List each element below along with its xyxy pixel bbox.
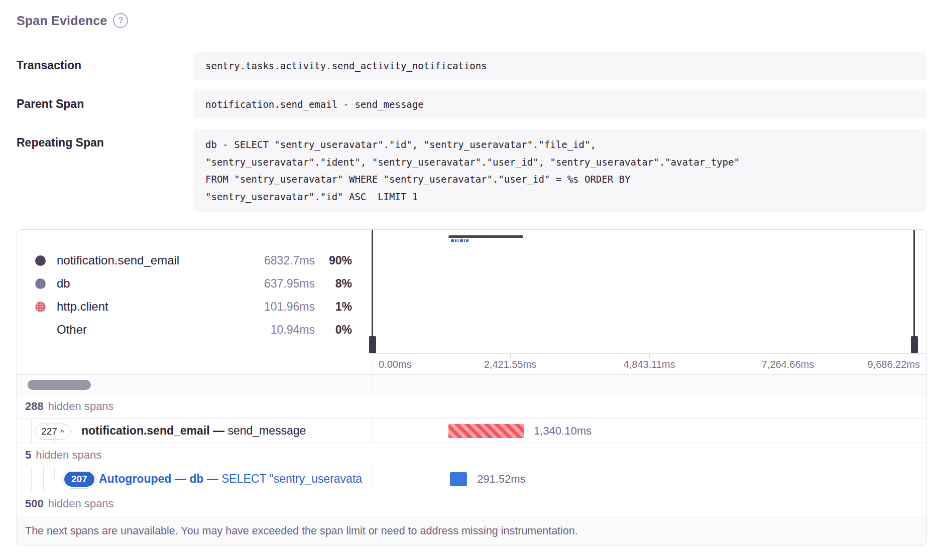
repeating-span-label: Repeating Span	[17, 136, 104, 150]
minimap-left-handle[interactable]	[372, 230, 373, 353]
op-color-dot	[35, 278, 46, 289]
legend-item: Other 10.94ms 0%	[17, 318, 372, 341]
minimap-span-dash	[460, 239, 463, 242]
hidden-span-count: 288	[25, 400, 44, 413]
span-duration-label: 291.52ms	[477, 473, 526, 486]
axis-label: 4,843.11ms	[623, 359, 675, 370]
hidden-spans-row[interactable]: 5 hidden spans	[17, 443, 926, 467]
span-row-autogroup[interactable]: 207 Autogrouped — db — SELECT "sentry_us…	[17, 467, 926, 491]
minimap-span-dash	[455, 239, 456, 242]
minimap-span-dash	[464, 239, 465, 242]
hidden-span-count: 5	[25, 449, 31, 462]
trace-minimap[interactable]	[372, 230, 926, 354]
legend-item: http.client 101.96ms 1%	[17, 295, 372, 318]
axis-label: 2,421.55ms	[484, 359, 537, 370]
minimap-span-dash	[457, 239, 458, 242]
span-duration-label: 1,340.10ms	[534, 425, 592, 438]
parent-span-label: Parent Span	[17, 97, 84, 111]
hidden-span-count: 500	[25, 497, 44, 510]
span-description: notification.send_email — send_message	[81, 419, 370, 443]
hidden-spans-row[interactable]: 500 hidden spans	[17, 491, 926, 516]
minimap-left-grip[interactable]	[369, 336, 376, 353]
hidden-spans-row[interactable]: 288 hidden spans	[17, 394, 926, 418]
minimap-span-dash	[466, 239, 469, 242]
span-limit-message: The next spans are unavailable. You may …	[25, 525, 578, 537]
span-limit-message-row: The next spans are unavailable. You may …	[17, 516, 926, 545]
ops-breakdown-legend: notification.send_email 6832.7ms 90% db …	[17, 230, 372, 374]
axis-tick	[510, 353, 511, 358]
minimap-span-dash	[451, 239, 454, 242]
span-duration-bar-striped[interactable]	[448, 424, 524, 438]
repeating-span-value: db - SELECT "sentry_useravatar"."id", "s…	[193, 129, 926, 212]
op-color-dot	[35, 302, 46, 312]
minimap-right-grip[interactable]	[911, 336, 918, 353]
span-count-pill[interactable]: 227 ^	[35, 424, 71, 440]
minimap-right-handle[interactable]	[913, 230, 915, 353]
span-row-parent[interactable]: 227 ^ notification.send_email — send_mes…	[17, 418, 926, 443]
tree-scrollbar-row	[17, 374, 926, 394]
axis-tick	[649, 353, 650, 358]
span-evidence-page: Span Evidence ? Transaction sentry.tasks…	[0, 0, 930, 560]
axis-label: 0.00ms	[379, 359, 412, 370]
axis-tick	[788, 353, 788, 358]
parent-span-value: notification.send_email - send_message	[193, 90, 926, 118]
op-color-dot	[35, 255, 46, 266]
autogroup-description[interactable]: Autogrouped — db — SELECT "sentry_userav…	[99, 467, 372, 491]
transaction-label: Transaction	[17, 59, 81, 72]
span-tree-panel: notification.send_email 6832.7ms 90% db …	[17, 229, 926, 545]
axis-label: 7,264.66ms	[762, 359, 815, 370]
page-title: Span Evidence	[17, 14, 107, 28]
transaction-value: sentry.tasks.activity.send_activity_noti…	[193, 52, 926, 80]
time-axis: 0.00ms 2,421.55ms 4,843.11ms 7,264.66ms …	[372, 353, 926, 374]
minimap-span-bar	[448, 235, 523, 238]
horizontal-scrollbar-thumb[interactable]	[28, 380, 91, 390]
chevron-up-icon: ^	[60, 428, 65, 435]
span-duration-bar-blue[interactable]	[450, 472, 467, 486]
legend-item: notification.send_email 6832.7ms 90%	[17, 249, 372, 272]
help-icon[interactable]: ?	[113, 13, 128, 28]
section-header: Span Evidence ?	[17, 13, 128, 28]
legend-item: db 637.95ms 8%	[17, 272, 372, 295]
axis-label: 9,686.22ms	[867, 359, 920, 370]
autogroup-count-pill[interactable]: 207	[64, 472, 94, 487]
